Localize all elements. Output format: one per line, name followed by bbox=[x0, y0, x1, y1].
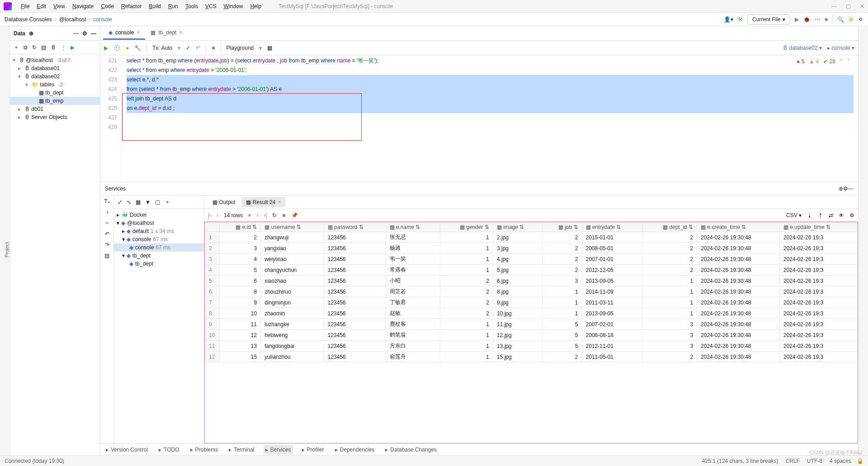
tree-item-tb_emp[interactable]: ▦ tb_emp bbox=[10, 97, 100, 105]
download-icon[interactable]: ⭳ bbox=[807, 212, 812, 219]
tree-item-database02[interactable]: ▾🛢 database02 bbox=[10, 72, 100, 81]
splitv-icon[interactable]: ⫟ bbox=[104, 220, 110, 226]
menu-run[interactable]: Run bbox=[165, 1, 182, 11]
menu-code[interactable]: Code bbox=[97, 1, 118, 11]
more-run-icon[interactable]: ⋯ bbox=[815, 16, 820, 23]
debug-icon[interactable]: 🐞 bbox=[803, 16, 810, 23]
cancel-icon[interactable]: ■ bbox=[212, 45, 215, 51]
bottom-tab-problems[interactable]: ▸Problems bbox=[189, 445, 220, 454]
readonly-icon[interactable]: 🔒 bbox=[857, 458, 863, 464]
chevron-up-icon[interactable]: ˄ bbox=[840, 57, 843, 67]
first-page-icon[interactable]: |‹ bbox=[208, 212, 211, 219]
result-tab-output[interactable]: ▦ Output bbox=[208, 197, 240, 207]
svc-item-@localhost[interactable]: ▾ ◆ @localhost bbox=[114, 219, 204, 227]
stop3-icon[interactable]: ■ bbox=[282, 212, 285, 219]
menu-view[interactable]: View bbox=[50, 1, 69, 11]
svc-item-console[interactable]: ◆ console 67 ms bbox=[114, 243, 204, 252]
bottom-tab-todo[interactable]: ▸TODO bbox=[157, 445, 181, 454]
col-header[interactable]: ▦ gender ⇅ bbox=[440, 223, 493, 232]
error-count[interactable]: ● 5 bbox=[797, 57, 804, 67]
sidebar-tab-project[interactable]: Project bbox=[4, 242, 9, 257]
svc-item-Docker[interactable]: ▸ 🐳 Docker bbox=[114, 211, 204, 219]
play-icon[interactable]: ▶ bbox=[71, 44, 75, 51]
db-icon[interactable]: 🛢 bbox=[51, 44, 56, 51]
prev-page-icon[interactable]: ‹ bbox=[217, 212, 218, 219]
history-icon[interactable]: 🕘 bbox=[113, 45, 120, 51]
collapse2-icon[interactable]: ⤡ bbox=[127, 199, 131, 205]
col-header[interactable]: ▦ e.update_time ⇅ bbox=[779, 223, 857, 232]
last-page-icon[interactable]: ›| bbox=[264, 212, 267, 219]
redo-icon[interactable]: ↷ bbox=[105, 242, 109, 248]
db-target[interactable]: 🛢 database02 ▾ bbox=[783, 45, 822, 51]
code-line[interactable]: select * from tb_emp where (entrydate,jo… bbox=[127, 56, 854, 66]
export-select[interactable]: CSV ▾ bbox=[786, 212, 802, 219]
expand-icon[interactable]: ⤢ bbox=[118, 199, 122, 205]
table-row[interactable]: 1113fangdongbai123456方东白113.jpg52012-11-… bbox=[205, 341, 858, 352]
stop2-icon[interactable]: ⋮ bbox=[61, 44, 66, 51]
stop-icon[interactable]: ■ bbox=[825, 16, 828, 23]
settings-sync-icon[interactable]: ⚙ bbox=[849, 16, 854, 23]
gear-icon[interactable]: ⚙ bbox=[82, 30, 87, 37]
close-icon[interactable]: × bbox=[179, 29, 182, 36]
add-icon[interactable]: ＋ bbox=[14, 43, 19, 51]
tree-item-db01[interactable]: ▸🛢 db01 bbox=[10, 105, 100, 113]
undo-icon[interactable]: ↶ bbox=[105, 231, 109, 237]
hammer-icon[interactable]: ⚒ bbox=[738, 16, 743, 23]
ok-count[interactable]: ✔ 28 bbox=[823, 57, 835, 67]
hide-icon[interactable]: — bbox=[91, 30, 96, 37]
upload-icon[interactable]: ⭱ bbox=[818, 212, 823, 219]
table-row[interactable]: 810zhaomin123456赵敏210.jpg12013-09-051202… bbox=[205, 308, 858, 319]
table-row[interactable]: 68zhouzhiruo123456周芷若28.jpg12014-11-0912… bbox=[205, 286, 858, 297]
bottom-tab-dependencies[interactable]: ▸Dependencies bbox=[333, 445, 377, 454]
warning-count[interactable]: ▲ 4 bbox=[809, 57, 819, 67]
pin-icon[interactable]: 📌 bbox=[291, 212, 298, 219]
table-row[interactable]: 1012hebiweng123456鹤笔翁112.jpg52008-08-183… bbox=[205, 330, 858, 341]
table-row[interactable]: 12zhangwuji123456张无忌12.jpg22015-01-01220… bbox=[205, 232, 858, 243]
run-config-select[interactable]: Current File▾ bbox=[747, 14, 790, 24]
maximize-icon[interactable]: ▢ bbox=[846, 3, 851, 10]
bottom-tab-terminal[interactable]: ▸Terminal bbox=[227, 445, 256, 454]
menu-vcs[interactable]: VCS bbox=[202, 1, 220, 11]
duplicate-icon[interactable]: ⧉ bbox=[24, 44, 28, 51]
filter2-icon[interactable]: ▼ bbox=[145, 199, 151, 205]
encoding[interactable]: UTF-8 bbox=[807, 458, 822, 464]
execute-icon[interactable]: ▶ bbox=[104, 45, 108, 51]
table-row[interactable]: 23yangxiao123456杨逍13.jpg22008-05-0122024… bbox=[205, 243, 858, 254]
col-header[interactable]: ▦ e.id ⇅ bbox=[220, 223, 261, 232]
compare-icon[interactable]: ⇄ bbox=[829, 212, 833, 219]
tab-tb_dept[interactable]: ▦ tb_dept × bbox=[145, 27, 188, 40]
bottom-tab-database-changes[interactable]: ▸Database Changes bbox=[383, 445, 439, 454]
wrench-icon[interactable]: 🔧 bbox=[134, 45, 141, 51]
table-row[interactable]: 34weiyixiao123456韦一笑14.jpg22007-01-01220… bbox=[205, 254, 858, 265]
ide-settings-icon[interactable]: ⛭ bbox=[858, 16, 863, 23]
collapse-icon[interactable]: ⋯ bbox=[73, 30, 79, 37]
code-line[interactable]: on e.dept_id = d.id ; bbox=[127, 104, 854, 113]
layers-icon[interactable]: ▤ bbox=[104, 252, 109, 259]
col-header[interactable]: ▦ username ⇅ bbox=[261, 223, 324, 232]
tx-icon[interactable]: Tₓ bbox=[104, 198, 109, 204]
run-icon[interactable]: ▶ bbox=[795, 16, 799, 23]
code-line[interactable]: select * from emp where entrydate > '200… bbox=[127, 66, 854, 75]
reload-icon[interactable]: ↻ bbox=[272, 212, 277, 219]
commit-icon[interactable]: ✔ bbox=[186, 45, 190, 51]
menu-edit[interactable]: Edit bbox=[33, 1, 50, 11]
menu-help[interactable]: Help bbox=[246, 1, 265, 11]
col-header[interactable]: ▦ dept_id ⇅ bbox=[643, 223, 697, 232]
tree-item-Server Objects[interactable]: ▸🛢 Server Objects bbox=[10, 113, 100, 121]
col-header[interactable]: ▦ job ⇅ bbox=[543, 223, 582, 232]
search-icon[interactable]: 🔍 bbox=[837, 16, 844, 23]
svc-item-console[interactable]: ▾ ◆ console 67 ms bbox=[114, 235, 204, 243]
add2-icon[interactable]: ＋ bbox=[165, 198, 170, 206]
code-line[interactable]: left join tb_dept AS d bbox=[127, 94, 854, 104]
filter-icon[interactable]: ▤ bbox=[41, 44, 46, 51]
col-header[interactable]: ▦ entrydate ⇅ bbox=[582, 223, 643, 232]
code-line[interactable]: select e.*, d.* bbox=[127, 75, 854, 85]
tab-console[interactable]: ◆console × bbox=[103, 27, 145, 40]
target-icon[interactable]: ⊕ bbox=[29, 30, 33, 37]
tree-item-database01[interactable]: ▸🛢 database01 bbox=[10, 64, 100, 72]
table-row[interactable]: 1215yulianzhou123456俞莲舟115.jpg22011-05-0… bbox=[205, 352, 858, 362]
menu-refactor[interactable]: Refactor bbox=[118, 1, 145, 11]
col-header[interactable]: ▦ image ⇅ bbox=[493, 223, 542, 232]
gear2-icon[interactable]: ⚙ bbox=[843, 185, 848, 192]
menu-window[interactable]: Window bbox=[220, 1, 247, 11]
